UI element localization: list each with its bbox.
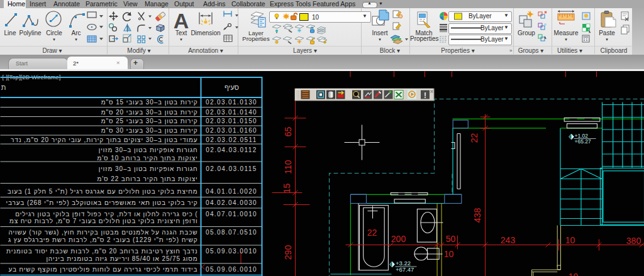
svg-text:04.01.01.0020: 04.01.01.0020 [206,188,257,195]
svg-text:שכבת הגנה על אלמנטים מבטון בקי: שכבת הגנה על אלמנטים מבטון בקירות חוץ, (… [9,229,198,236]
svg-text:110: 110 [283,160,293,174]
svg-text:מסוג 25/75 או 85/40 ויריעת גיז: מסוג 25/75 או 85/40 ויריעת גיזה בטומנית … [46,255,197,262]
svg-text:+1.02: +1.02 [575,133,589,139]
svg-text:02.03.02.0511: 02.03.02.0511 [206,136,257,143]
svg-text:בידוד תרמי לכיסי גרירה עם לוחו: בידוד תרמי לכיסי גרירה עם לוחות פוליסטיר… [8,266,197,273]
svg-text:04.02.04.0030: 04.02.04.0030 [206,199,257,206]
svg-text:02.03.01.0140: 02.03.01.0140 [206,109,257,116]
svg-text:02.04.03.0112: 02.04.03.0112 [206,146,257,153]
svg-text:חגורות אופקיות בטון ב–30 מזוין: חגורות אופקיות בטון ב–30 מזוין [99,146,198,153]
svg-text:05.08.07.0510: 05.08.07.0510 [206,229,257,236]
svg-text:ודופן חיצונית בלוקי בטון חלולי: ודופן חיצונית בלוקי בטון חלולים בעובי 7 … [9,218,198,224]
svg-text:!: ! [424,91,426,100]
svg-text:קירות בטון ב–30 בעובי 15 ס"מ: קירות בטון ב–30 בעובי 15 ס"מ [101,99,198,106]
svg-text:22: 22 [367,228,377,238]
svg-text:כיס גרירה לחלון או דלת, קיר כפ: כיס גרירה לחלון או דלת, קיר כפול דופן בל… [15,211,197,218]
svg-text:קירות בטון ב–30 בעובי 20 ס"מ: קירות בטון ב–30 בעובי 20 ס"מ [101,109,198,116]
svg-text:290: 290 [283,245,293,260]
svg-text:15: 15 [282,184,292,194]
svg-text:נדבך חוצץ רטיבות ברוחב 20 ס"מ,: נדבך חוצץ רטיבות ברוחב 20 ס"מ, לרבות שכב… [6,248,197,255]
svg-text:65: 65 [283,127,293,137]
svg-text:יצוקות בתוך הקיר ברוחב 22 ס'מ: יצוקות בתוך הקיר ברוחב 22 ס'מ [97,175,197,182]
svg-text:10: 10 [569,272,579,276]
svg-text:+67.47: +67.47 [396,266,414,273]
svg-text:02.04.03.0115: 02.04.03.0115 [206,165,257,172]
svg-text:+65.27: +65.27 [575,138,592,145]
svg-text:עמודי בטון ב–30 יצוקים בתוך קי: עמודי בטון ב–30 יצוקים בתוך קירות, עובי … [11,136,198,143]
svg-text:05.09.03.0010: 05.09.03.0010 [206,248,257,255]
svg-text:10: 10 [444,249,454,259]
svg-text:+3.22: +3.22 [396,260,411,267]
svg-text:380: 380 [626,236,641,246]
svg-text:קשיח (לפי ת"י 1229) בעובי 2 ס": קשיח (לפי ת"י 1229) בעובי 2 ס"מ, לרבות ר… [8,236,198,243]
svg-text:243: 243 [501,235,516,245]
svg-text:438: 438 [472,208,482,223]
svg-text:חגורות אופקיות בטון ב–30 מזוין: חגורות אופקיות בטון ב–30 מזוין [99,165,198,172]
svg-text:02.03.01.0150: 02.03.01.0150 [206,118,257,124]
svg-text:200: 200 [391,234,406,244]
svg-text:05.09.06.0010: 05.09.06.0010 [206,266,257,273]
svg-text:ת: ת [1,84,6,91]
svg-text:קיר בלוקי בטון תאי מאושפרים בא: קיר בלוקי בטון תאי מאושפרים באוטוקלב (לפ… [6,199,198,206]
svg-text:10: 10 [565,235,575,245]
svg-text:02.03.01.0130: 02.03.01.0130 [206,99,257,106]
svg-text:קירות בטון ב–30 בעובי 25 ס"מ: קירות בטון ב–30 בעובי 25 ס"מ [101,118,198,124]
svg-text:יצוקות בתוך הקיר ברוחב 10 ס'מ: יצוקות בתוך הקיר ברוחב 10 ס'מ [97,155,197,162]
svg-text:קירות בטון ב–30 בעובי 30 ס"מ: קירות בטון ב–30 בעובי 30 ס"מ [101,127,198,134]
svg-text:22: 22 [469,133,479,143]
svg-text:04.07.01.0010: 04.07.01.0010 [206,211,257,218]
svg-text:02.03.01.0160: 02.03.01.0160 [206,127,257,134]
svg-text:סעיף: סעיף [225,84,239,91]
svg-text:50: 50 [446,234,456,244]
svg-text:A: A [174,9,189,33]
svg-text:מחיצת בלוקי בטון חלולים עם אגר: מחיצת בלוקי בטון חלולים עם אגרגס רגיל (ת… [8,188,198,195]
